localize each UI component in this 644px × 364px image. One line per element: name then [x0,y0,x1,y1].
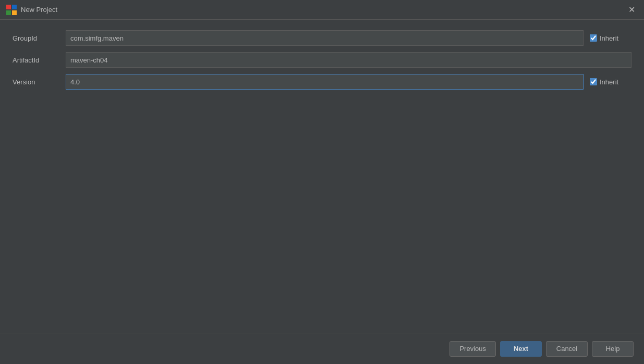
svg-rect-1 [12,5,17,9]
version-inherit-label: Inherit [600,78,618,86]
dialog-footer: Previous Next Cancel Help [0,333,644,364]
artifactid-row: ArtifactId [13,52,631,68]
svg-rect-2 [6,10,11,15]
groupid-label: GroupId [13,34,59,42]
version-input[interactable] [66,74,584,90]
title-bar-left: New Project [6,5,57,15]
title-bar: New Project ✕ [0,0,644,20]
previous-button[interactable]: Previous [449,341,496,357]
version-inherit-checkbox[interactable] [590,78,597,85]
groupid-inherit-label: Inherit [600,34,618,42]
close-button[interactable]: ✕ [625,4,638,16]
app-icon [6,5,17,15]
artifactid-label: ArtifactId [13,56,59,64]
groupid-input[interactable] [66,30,584,46]
version-label: Version [13,78,59,86]
groupid-row: GroupId Inherit [13,30,631,46]
cancel-button[interactable]: Cancel [546,341,588,357]
next-button[interactable]: Next [500,341,542,357]
svg-rect-3 [12,10,17,15]
svg-rect-0 [6,5,11,9]
version-inherit-container: Inherit [590,78,631,86]
form-content: GroupId Inherit ArtifactId Version Inher… [0,20,644,333]
version-row: Version Inherit [13,74,631,90]
new-project-dialog: New Project ✕ GroupId Inherit ArtifactId… [0,0,644,364]
dialog-title: New Project [21,6,57,14]
groupid-inherit-container: Inherit [590,34,631,42]
help-button[interactable]: Help [592,341,634,357]
artifactid-input[interactable] [66,52,631,68]
groupid-inherit-checkbox[interactable] [590,34,597,42]
